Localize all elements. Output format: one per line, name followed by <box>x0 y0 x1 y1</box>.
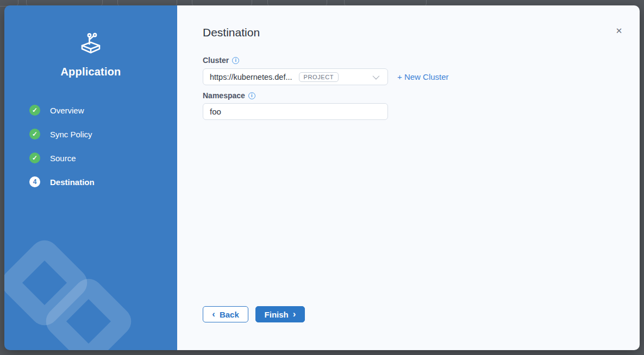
close-icon[interactable]: ✕ <box>614 26 624 36</box>
step-overview[interactable]: ✓ Overview <box>29 105 177 116</box>
step-label: Sync Policy <box>50 130 92 139</box>
step-done-check-icon: ✓ <box>29 129 40 140</box>
back-button[interactable]: ‹ Back <box>203 306 248 322</box>
chevron-right-icon: › <box>293 309 296 319</box>
panel-heading: Destination <box>203 26 640 39</box>
step-label: Overview <box>50 106 84 115</box>
step-sync-policy[interactable]: ✓ Sync Policy <box>29 129 177 140</box>
finish-button-label: Finish <box>265 310 289 319</box>
destination-panel: ✕ Destination Cluster i https://kubernet… <box>177 5 640 350</box>
wizard-footer: ‹ Back Finish › <box>203 306 305 322</box>
namespace-label-text: Namespace <box>203 91 245 100</box>
cluster-row: https://kubernetes.def... PROJECT + New … <box>203 68 640 85</box>
step-source[interactable]: ✓ Source <box>29 153 177 163</box>
step-label: Source <box>50 154 76 163</box>
project-badge: PROJECT <box>299 72 339 82</box>
application-box-icon <box>78 31 103 56</box>
cluster-field-label: Cluster i <box>203 56 640 65</box>
namespace-input[interactable] <box>203 103 388 120</box>
finish-button[interactable]: Finish › <box>255 306 305 322</box>
back-button-label: Back <box>220 310 239 319</box>
cluster-label-text: Cluster <box>203 56 229 65</box>
info-icon[interactable]: i <box>232 57 239 64</box>
wizard-sidebar: Application ✓ Overview ✓ Sync Policy ✓ S… <box>4 5 177 350</box>
step-number-badge: 4 <box>29 176 40 187</box>
namespace-field-label: Namespace i <box>203 91 640 100</box>
chevron-down-icon <box>373 73 380 80</box>
new-cluster-link[interactable]: + New Cluster <box>397 72 449 81</box>
step-destination[interactable]: 4 Destination <box>29 176 177 187</box>
application-wizard-modal: Application ✓ Overview ✓ Sync Policy ✓ S… <box>4 5 640 350</box>
step-done-check-icon: ✓ <box>29 105 40 116</box>
chevron-left-icon: ‹ <box>212 309 215 319</box>
info-icon[interactable]: i <box>248 92 255 99</box>
step-done-check-icon: ✓ <box>29 153 40 163</box>
cluster-selected-value: https://kubernetes.def... <box>210 73 292 81</box>
wizard-steps: ✓ Overview ✓ Sync Policy ✓ Source 4 Dest… <box>4 105 177 187</box>
wizard-title: Application <box>4 66 177 78</box>
cluster-select[interactable]: https://kubernetes.def... PROJECT <box>203 68 388 85</box>
step-label: Destination <box>50 178 95 187</box>
